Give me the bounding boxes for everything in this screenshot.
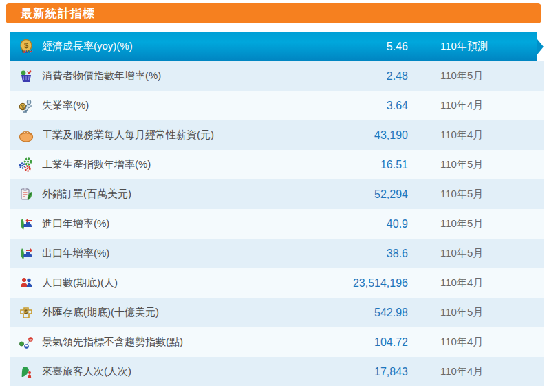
indicator-value: 16.51: [294, 159, 408, 171]
import-ship-icon: [18, 216, 34, 232]
latest-indicators-widget: 最新統計指標 $GDP 經濟成長率(yoy)(%) 5.46 110年預測 消費…: [0, 3, 547, 392]
svg-text:%: %: [21, 105, 25, 109]
population-icon: [18, 275, 34, 292]
indicator-label: 出口年增率(%): [42, 247, 294, 260]
gdp-icon: $GDP: [18, 39, 34, 55]
indicator-period: 110年4月: [408, 99, 537, 112]
indicator-period: 110年4月: [408, 336, 537, 349]
wage-purse-icon: [18, 127, 34, 144]
indicator-row[interactable]: % 失業率(%) 3.64 110年4月: [10, 91, 544, 120]
indicator-label: 工業及服務業每人每月經常性薪資(元): [42, 129, 294, 142]
indicator-period: 110年5月: [408, 69, 537, 83]
indicator-row[interactable]: 出口年增率(%) 38.6 110年5月: [10, 239, 544, 268]
indicator-row[interactable]: 工業及服務業每人每月經常性薪資(元) 43,190 110年4月: [10, 120, 544, 150]
industry-gears-icon: [18, 157, 34, 173]
indicator-value: 23,514,196: [294, 277, 408, 290]
export-ship-icon: [18, 246, 34, 262]
indicator-period: 110年4月: [408, 276, 537, 290]
indicator-value: 3.64: [294, 100, 408, 112]
svg-text:P: P: [30, 49, 33, 54]
indicator-label: 人口數(期底)(人): [42, 276, 294, 290]
indicator-value: 38.6: [294, 248, 408, 260]
indicator-row[interactable]: 工業生產指數年增率(%) 16.51 110年5月: [10, 150, 544, 179]
cpi-basket-icon: [18, 68, 34, 85]
indicator-label: 外銷訂單(百萬美元): [42, 188, 294, 201]
indicator-period: 110年5月: [408, 188, 537, 201]
indicator-value: 2.48: [294, 70, 408, 83]
indicator-period: 110年5月: [408, 158, 537, 171]
indicator-value: 43,190: [294, 129, 408, 142]
export-orders-icon: [18, 186, 34, 203]
indicator-row-selected[interactable]: $GDP 經濟成長率(yoy)(%) 5.46 110年預測: [10, 32, 537, 61]
indicator-row[interactable]: $ 外匯存底(期底)(十億美元) 542.98 110年5月: [10, 298, 544, 327]
leading-indicator-icon: [18, 334, 34, 351]
indicator-label: 景氣領先指標不含趨勢指數(點): [42, 336, 294, 349]
indicator-label: 來臺旅客人次(人次): [42, 365, 294, 378]
indicator-label: 外匯存底(期底)(十億美元): [42, 306, 294, 319]
indicator-row[interactable]: 人口數(期底)(人) 23,514,196 110年4月: [10, 268, 544, 298]
indicator-label: 進口年增率(%): [42, 217, 294, 230]
svg-text:$: $: [25, 309, 28, 315]
indicator-value: 542.98: [294, 307, 408, 319]
indicator-period: 110年4月: [408, 365, 537, 378]
indicator-list: $GDP 經濟成長率(yoy)(%) 5.46 110年預測 消費者物價指數年增…: [10, 32, 544, 386]
indicator-value: 40.9: [294, 218, 408, 230]
taiwan-visitors-icon: [18, 364, 34, 380]
indicator-row[interactable]: 景氣領先指標不含趨勢指數(點) 104.72 110年4月: [10, 327, 544, 357]
indicator-row[interactable]: 消費者物價指數年增率(%) 2.48 110年5月: [10, 61, 544, 91]
indicator-period: 110年5月: [408, 247, 537, 260]
forex-reserves-icon: $: [18, 305, 34, 321]
indicator-period: 110年5月: [408, 217, 537, 230]
svg-text:$: $: [24, 41, 28, 49]
indicator-label: 經濟成長率(yoy)(%): [42, 40, 294, 53]
indicator-period: 110年4月: [408, 129, 537, 142]
indicator-row[interactable]: 進口年增率(%) 40.9 110年5月: [10, 209, 544, 239]
indicator-value: 17,843: [294, 366, 408, 378]
indicator-row[interactable]: 來臺旅客人次(人次) 17,843 110年4月: [10, 357, 544, 386]
indicator-value: 104.72: [294, 336, 408, 349]
indicator-period: 110年5月: [408, 306, 537, 319]
indicator-value: 52,294: [294, 188, 408, 201]
indicator-label: 失業率(%): [42, 99, 294, 112]
indicator-row[interactable]: 外銷訂單(百萬美元) 52,294 110年5月: [10, 179, 544, 209]
indicator-period: 110年預測: [408, 40, 537, 53]
indicator-value: 5.46: [294, 41, 408, 53]
unemployment-icon: %: [18, 98, 34, 114]
page-title: 最新統計指標: [6, 3, 541, 23]
indicator-label: 消費者物價指數年增率(%): [42, 69, 294, 83]
svg-text:D: D: [25, 49, 29, 54]
indicator-label: 工業生產指數年增率(%): [42, 158, 294, 171]
